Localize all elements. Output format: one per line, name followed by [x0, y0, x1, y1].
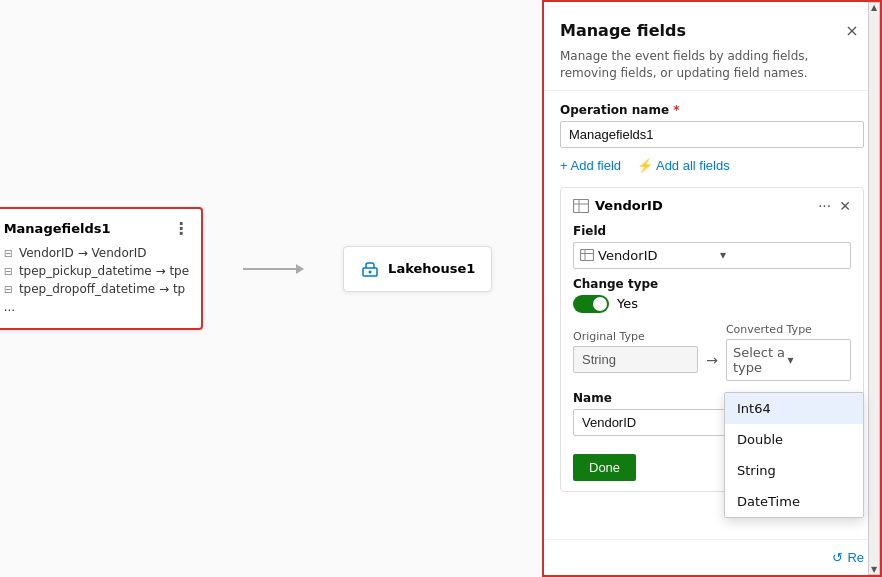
panel-close-button[interactable]: ×: [840, 18, 864, 42]
add-field-button[interactable]: + Add field: [560, 158, 621, 173]
change-type-toggle[interactable]: [573, 295, 609, 313]
scrollbar[interactable]: ▲ ▼: [868, 2, 880, 575]
type-arrow-icon: →: [706, 352, 718, 368]
reset-icon: ↺: [832, 550, 843, 565]
field-select-value: VendorID: [598, 243, 720, 268]
row-label-2: tpep_pickup_datetime → tpe: [19, 264, 189, 278]
reset-label: Re: [847, 550, 864, 565]
action-row: + Add field ⚡ Add all fields: [560, 158, 864, 173]
panel-title: Manage fields: [560, 21, 686, 40]
field-card-header: VendorID ··· ✕: [573, 198, 851, 214]
lakehouse-icon: [360, 259, 380, 279]
node-title: Managefields1: [4, 221, 111, 236]
reset-button[interactable]: ↺ Re: [832, 550, 864, 565]
field-label: Field: [573, 224, 851, 238]
panel-header: Manage fields × Manage the event fields …: [544, 2, 880, 91]
arrow-line: [243, 268, 303, 270]
converted-type-select[interactable]: Select a type ▾: [726, 339, 851, 381]
change-type-label: Change type: [573, 277, 851, 291]
change-type-value: Yes: [617, 296, 638, 311]
change-type-row: Yes: [573, 295, 851, 313]
scroll-down[interactable]: ▼: [869, 565, 879, 574]
field-card-actions: ··· ✕: [818, 198, 851, 214]
type-dropdown[interactable]: Int64 Double String DateTime: [724, 392, 864, 518]
managefields-node[interactable]: Managefields1 ⋮ ⊟ VendorID → VendorID ⊟ …: [0, 207, 203, 330]
node-row-1: ⊟ VendorID → VendorID: [4, 246, 189, 260]
svg-rect-2: [574, 199, 589, 212]
node-row-3: ⊟ tpep_dropoff_datetime → tp: [4, 282, 189, 296]
dropdown-item-datetime[interactable]: DateTime: [725, 486, 863, 517]
converted-chevron-icon: ▾: [787, 348, 842, 372]
field-card-title: VendorID: [573, 198, 663, 213]
row-table-icon-3: ⊟: [4, 283, 13, 296]
more-label: ...: [4, 300, 15, 314]
manage-panel: Manage fields × Manage the event fields …: [542, 0, 882, 577]
original-type-input: [573, 346, 698, 373]
converted-type-box: Converted Type Select a type ▾: [726, 323, 851, 381]
canvas-area: Managefields1 ⋮ ⊟ VendorID → VendorID ⊟ …: [0, 0, 542, 577]
arrow-connector: [243, 268, 303, 270]
panel-footer: ↺ Re ▲ ▼: [544, 539, 880, 575]
field-select-icon: [580, 249, 594, 261]
operation-name-input[interactable]: [560, 121, 864, 148]
row-table-icon-1: ⊟: [4, 247, 13, 260]
converted-type-placeholder: Select a type: [733, 340, 788, 380]
dropdown-item-string[interactable]: String: [725, 455, 863, 486]
field-card-name: VendorID: [595, 198, 663, 213]
lakehouse-title: Lakehouse1: [388, 261, 475, 276]
operation-name-label: Operation name *: [560, 103, 864, 117]
original-type-box: Original Type: [573, 330, 698, 373]
svg-point-1: [369, 270, 372, 273]
panel-description: Manage the event fields by adding fields…: [560, 48, 864, 82]
lakehouse-node[interactable]: Lakehouse1: [343, 246, 492, 292]
required-indicator: *: [673, 103, 679, 117]
add-all-fields-button[interactable]: ⚡ Add all fields: [637, 158, 730, 173]
row-table-icon-2: ⊟: [4, 265, 13, 278]
dropdown-item-int64[interactable]: Int64: [725, 393, 863, 424]
node-more-rows: ...: [4, 300, 189, 314]
scroll-up[interactable]: ▲: [869, 3, 879, 12]
field-chevron-icon: ▾: [720, 243, 842, 267]
done-button[interactable]: Done: [573, 454, 636, 481]
node-more-icon[interactable]: ⋮: [173, 219, 189, 238]
node-row-2: ⊟ tpep_pickup_datetime → tpe: [4, 264, 189, 278]
converted-type-label: Converted Type: [726, 323, 851, 336]
field-select[interactable]: VendorID ▾: [573, 242, 851, 269]
type-conversion-row: Original Type → Converted Type Select a …: [573, 323, 851, 381]
svg-rect-5: [581, 250, 594, 261]
row-label-1: VendorID → VendorID: [19, 246, 147, 260]
row-label-3: tpep_dropoff_datetime → tp: [19, 282, 185, 296]
field-card-close-button[interactable]: ✕: [839, 198, 851, 214]
dropdown-item-double[interactable]: Double: [725, 424, 863, 455]
original-type-label: Original Type: [573, 330, 698, 343]
field-card-more-button[interactable]: ···: [818, 198, 831, 214]
field-card-table-icon: [573, 199, 589, 213]
